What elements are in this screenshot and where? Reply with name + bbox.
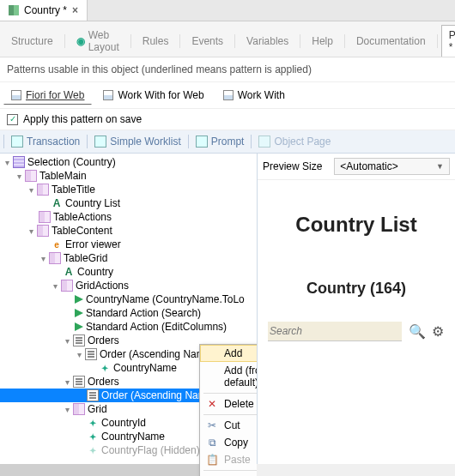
text-icon: A: [51, 197, 63, 209]
flag-icon: [75, 309, 83, 317]
preview-size-label: Preview Size: [263, 160, 322, 172]
tree-tablemain[interactable]: ▾TableMain: [0, 169, 257, 183]
order-icon: [87, 389, 99, 401]
tab-patterns[interactable]: Patterns *: [441, 25, 455, 57]
toolbar-transaction[interactable]: Transaction: [6, 133, 85, 150]
tree-standard-action-editcolumns[interactable]: Standard Action (EditColumns): [0, 320, 257, 334]
flag-icon: [75, 295, 83, 304]
tree-tablecontent[interactable]: ▾TableContent: [0, 224, 257, 238]
menu-add[interactable]: Add▶: [200, 345, 258, 362]
tree-tabletitle[interactable]: ▾TableTitle: [0, 183, 257, 196]
menu-add-from-default[interactable]: Add (from default)▶: [200, 362, 258, 391]
toolbar-object-page[interactable]: Object Page: [253, 133, 336, 150]
tree-standard-action-search[interactable]: Standard Action (Search): [0, 306, 257, 320]
pattern-work-with-for-web[interactable]: Work With for Web: [95, 86, 211, 105]
menu-expand-all[interactable]: Expand All: [200, 473, 258, 476]
collapse-icon[interactable]: ▾: [50, 281, 60, 291]
cut-icon: ✂: [205, 419, 219, 431]
apply-pattern-checkbox[interactable]: ✓: [7, 114, 18, 125]
pattern-icon: [11, 90, 21, 100]
tab-help[interactable]: Help: [304, 25, 341, 57]
file-tab-country[interactable]: Country * ×: [0, 0, 88, 21]
tree-tableactions[interactable]: TableActions: [0, 210, 257, 224]
worklist-icon: [94, 136, 106, 148]
collapse-icon[interactable]: ▾: [62, 336, 72, 346]
tab-web-layout[interactable]: ◉Web Layout: [69, 25, 127, 57]
table-icon: [37, 225, 49, 237]
context-menu: Add▶ Add (from default)▶ ✕DeleteSUPR ✂Cu…: [199, 344, 258, 476]
attribute-icon: ✦: [87, 431, 99, 443]
file-tab-label: Country *: [24, 4, 67, 16]
globe-icon: ◉: [76, 35, 85, 47]
tab-events[interactable]: Events: [184, 25, 231, 57]
collapse-icon[interactable]: ▾: [2, 158, 12, 167]
copy-icon: ⧉: [205, 437, 219, 449]
prompt-icon: [196, 136, 208, 148]
order-icon: [85, 348, 97, 360]
pattern-work-with[interactable]: Work With: [215, 86, 293, 105]
chevron-down-icon: ▼: [436, 162, 444, 171]
search-input[interactable]: Search: [268, 322, 402, 341]
tree-root[interactable]: ▾Selection (Country): [0, 155, 257, 169]
tree-countryname-tolo[interactable]: CountryName (CountryName.ToLo: [0, 292, 257, 306]
delete-icon: ✕: [205, 398, 219, 410]
tree-tablegrid[interactable]: ▾TableGrid: [0, 251, 257, 265]
gear-icon[interactable]: ⚙: [431, 323, 445, 340]
toolbar-prompt[interactable]: Prompt: [191, 133, 250, 150]
tree-error-viewer[interactable]: eError viewer: [0, 238, 257, 251]
tab-variables[interactable]: Variables: [239, 25, 296, 57]
table-icon: [49, 252, 61, 264]
pattern-icon: [103, 90, 113, 100]
error-icon: e: [51, 238, 63, 250]
pattern-icon: [223, 90, 234, 100]
collapse-icon[interactable]: ▾: [38, 254, 48, 263]
tree-country-list[interactable]: ACountry List: [0, 196, 257, 210]
collapse-icon[interactable]: ▾: [26, 226, 36, 236]
tree-gridactions[interactable]: ▾GridActions: [0, 279, 257, 292]
selection-icon: [13, 156, 25, 168]
collapse-icon[interactable]: ▾: [74, 350, 84, 359]
pattern-fiori-for-web[interactable]: Fiori for Web: [3, 86, 92, 105]
tab-documentation[interactable]: Documentation: [349, 25, 434, 57]
search-icon[interactable]: 🔍: [409, 323, 424, 340]
transaction-icon: [9, 5, 19, 15]
text-icon: A: [63, 266, 75, 278]
tab-structure[interactable]: Structure: [3, 25, 61, 57]
menu-paste: 📋PasteCTRL+V: [200, 451, 258, 468]
collapse-icon[interactable]: ▾: [62, 405, 72, 414]
preview-title: Country List: [264, 213, 448, 237]
patterns-description: Patterns usable in this object (underlin…: [0, 57, 455, 82]
tab-rules[interactable]: Rules: [135, 25, 177, 57]
collapse-icon[interactable]: ▾: [14, 172, 24, 181]
attribute-icon: ✦: [87, 417, 99, 429]
toolbar-simple-worklist[interactable]: Simple Worklist: [89, 133, 185, 150]
preview-subtitle: Country (164): [264, 280, 448, 298]
table-icon: [25, 170, 37, 182]
orders-icon: [73, 334, 85, 346]
menu-delete[interactable]: ✕DeleteSUPR: [200, 395, 258, 413]
close-icon[interactable]: ×: [72, 4, 78, 16]
menu-cut[interactable]: ✂CutCTRL+X: [200, 417, 258, 434]
apply-pattern-label: Apply this pattern on save: [23, 113, 142, 125]
menu-copy[interactable]: ⧉CopyCTRL+C: [200, 434, 258, 451]
grid-icon: [73, 403, 85, 415]
table-icon: [61, 280, 73, 292]
attribute-icon: ✦: [99, 362, 111, 374]
collapse-icon[interactable]: ▾: [26, 185, 36, 195]
paste-icon: 📋: [205, 454, 219, 466]
transaction-icon: [11, 136, 23, 148]
orders-icon: [73, 376, 85, 388]
collapse-icon[interactable]: ▾: [62, 377, 72, 387]
table-icon: [37, 184, 49, 196]
objectpage-icon: [258, 136, 270, 148]
preview-size-dropdown[interactable]: <Automatic> ▼: [334, 158, 450, 175]
tree-country-attr[interactable]: ACountry: [0, 265, 257, 279]
table-icon: [39, 211, 51, 223]
flag-icon: [75, 322, 83, 331]
attribute-icon: ✦: [87, 444, 99, 456]
